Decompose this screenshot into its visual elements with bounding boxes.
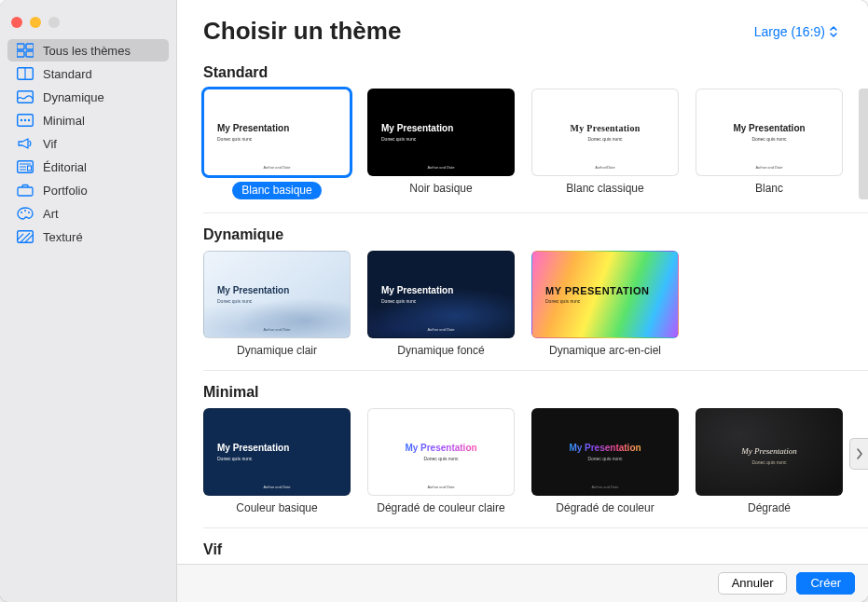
theme-thumbnail: My Presentation Donec quis nunc Author a…: [203, 251, 351, 338]
sidebar-item-standard[interactable]: Standard: [7, 62, 169, 85]
main-header: Choisir un thème Large (16:9): [177, 0, 868, 51]
theme-thumbnail: My Presentation Donec quis nunc: [696, 408, 843, 496]
thumb-title: My Presentation: [217, 285, 289, 295]
sidebar: Tous les thèmes Standard Dynamique Minim…: [0, 0, 177, 602]
sidebar-item-label: Éditorial: [43, 160, 87, 174]
sidebar-item-dynamique[interactable]: Dynamique: [7, 86, 169, 108]
row-scroll-right-button[interactable]: [849, 438, 868, 470]
section-title-dynamique: Dynamique: [203, 226, 868, 243]
row-overflow-peek[interactable]: [859, 89, 868, 199]
theme-row-minimal: My Presentation Donec quis nunc Author a…: [203, 408, 868, 528]
minimize-window-button[interactable]: [30, 17, 41, 28]
thumb-title: My Presentation: [569, 443, 641, 453]
svg-point-17: [21, 212, 22, 213]
thumb-author: Author/Date: [595, 165, 614, 170]
theme-blanc-classique[interactable]: My Presentation Donec quis nunc Author/D…: [531, 89, 679, 199]
wave-icon: [17, 89, 34, 104]
theme-couleur-basique[interactable]: My Presentation Donec quis nunc Author a…: [203, 408, 351, 514]
sidebar-item-label: Art: [43, 207, 59, 221]
palette-icon: [17, 206, 34, 221]
category-list: Tous les thèmes Standard Dynamique Minim…: [0, 39, 176, 248]
aspect-ratio-label: Large (16:9): [754, 24, 825, 39]
theme-row-dynamique: My Presentation Donec quis nunc Author a…: [203, 251, 868, 371]
sidebar-item-portfolio[interactable]: Portfolio: [7, 179, 169, 201]
theme-thumbnail: My Presentation Donec quis nunc Author a…: [367, 408, 515, 496]
theme-label: Dynamique foncé: [397, 344, 484, 357]
thumb-title: My Presentation: [381, 285, 453, 295]
footer-bar: Annuler Créer: [177, 564, 868, 602]
cancel-button[interactable]: Annuler: [718, 572, 788, 595]
thumb-title: My Presentation: [405, 443, 476, 453]
thumb-subtitle: Donec quis nunc: [545, 298, 580, 304]
thumb-subtitle: Donec quis nunc: [381, 136, 416, 142]
page-title: Choisir un thème: [203, 17, 401, 46]
thumb-author: Author and Date: [427, 485, 454, 489]
create-button[interactable]: Créer: [796, 572, 855, 595]
theme-thumbnail: My Presentation Donec quis nunc Author a…: [696, 89, 843, 176]
thumb-title: MY PRESENTATION: [545, 285, 649, 296]
chevron-right-icon: [856, 448, 863, 459]
thumb-title: My Presentation: [741, 446, 796, 456]
theme-noir-basique[interactable]: My Presentation Donec quis nunc Author a…: [367, 89, 515, 199]
theme-blanc[interactable]: My Presentation Donec quis nunc Author a…: [696, 89, 843, 199]
megaphone-icon: [17, 136, 34, 151]
svg-rect-0: [17, 44, 24, 49]
thumb-subtitle: Donec quis nunc: [217, 298, 252, 304]
theme-thumbnail: MY PRESENTATION Donec quis nunc: [531, 251, 679, 338]
theme-dynamique-arc-en-ciel[interactable]: MY PRESENTATION Donec quis nunc Dynamiqu…: [531, 251, 679, 357]
svg-rect-15: [28, 166, 32, 171]
theme-scroll-area[interactable]: Standard My Presentation Donec quis nunc…: [177, 51, 868, 564]
theme-degrade[interactable]: My Presentation Donec quis nunc Dégradé: [696, 408, 843, 514]
theme-thumbnail: My Presentation Donec quis nunc Author a…: [203, 89, 351, 176]
svg-point-18: [24, 210, 26, 212]
theme-label: Dynamique clair: [237, 344, 317, 357]
sidebar-item-label: Minimal: [43, 114, 85, 128]
thumb-author: Author and Date: [591, 485, 618, 489]
theme-degrade-couleur-claire[interactable]: My Presentation Donec quis nunc Author a…: [367, 408, 515, 514]
zoom-window-button[interactable]: [48, 17, 60, 28]
svg-rect-2: [17, 51, 24, 57]
thumb-subtitle: Donec quis nunc: [423, 456, 458, 461]
close-window-button[interactable]: [11, 17, 22, 28]
sidebar-item-editorial[interactable]: Éditorial: [7, 156, 169, 178]
thumb-title: My Presentation: [570, 123, 640, 133]
section-title-minimal: Minimal: [203, 384, 868, 401]
section-title-vif: Vif: [203, 541, 868, 558]
theme-dynamique-fonce[interactable]: My Presentation Donec quis nunc Author a…: [367, 251, 515, 357]
theme-row-standard: My Presentation Donec quis nunc Author a…: [203, 89, 868, 213]
thumb-title: My Presentation: [733, 123, 805, 133]
sidebar-item-vif[interactable]: Vif: [7, 132, 169, 155]
theme-thumbnail: My Presentation Donec quis nunc Author a…: [531, 408, 679, 496]
thumb-author: Author and Date: [263, 165, 290, 170]
aspect-ratio-picker[interactable]: Large (16:9): [751, 22, 842, 41]
thumb-title: My Presentation: [381, 123, 453, 133]
grid-all-icon: [17, 43, 34, 58]
theme-blanc-basique[interactable]: My Presentation Donec quis nunc Author a…: [203, 89, 351, 199]
thumb-subtitle: Donec quis nunc: [217, 456, 252, 461]
svg-point-10: [28, 119, 30, 121]
texture-icon: [17, 229, 34, 244]
thumb-subtitle: Donec quis nunc: [751, 136, 786, 142]
theme-label: Dégradé de couleur claire: [377, 501, 504, 514]
theme-label: Noir basique: [409, 182, 472, 195]
thumb-subtitle: Donec quis nunc: [587, 456, 622, 461]
theme-dynamique-clair[interactable]: My Presentation Donec quis nunc Author a…: [203, 251, 351, 357]
briefcase-icon: [17, 183, 34, 198]
sidebar-item-texture[interactable]: Texturé: [7, 226, 169, 248]
sidebar-item-label: Standard: [43, 67, 92, 81]
chevron-updown-icon: [829, 25, 838, 38]
theme-label: Dégradé: [748, 501, 791, 514]
news-icon: [17, 159, 34, 174]
theme-degrade-couleur[interactable]: My Presentation Donec quis nunc Author a…: [531, 408, 679, 514]
theme-thumbnail: My Presentation Donec quis nunc Author/D…: [531, 89, 679, 176]
svg-rect-1: [26, 44, 34, 49]
theme-label: Blanc basique: [232, 182, 321, 199]
thumb-subtitle: Donec quis nunc: [381, 298, 416, 304]
svg-point-9: [24, 119, 26, 121]
sidebar-item-art[interactable]: Art: [7, 202, 169, 225]
sidebar-item-minimal[interactable]: Minimal: [7, 109, 169, 131]
sidebar-item-all-themes[interactable]: Tous les thèmes: [7, 39, 169, 62]
svg-rect-3: [26, 51, 34, 57]
sidebar-item-label: Tous les thèmes: [43, 44, 131, 58]
thumb-author: Author and Date: [755, 165, 782, 170]
